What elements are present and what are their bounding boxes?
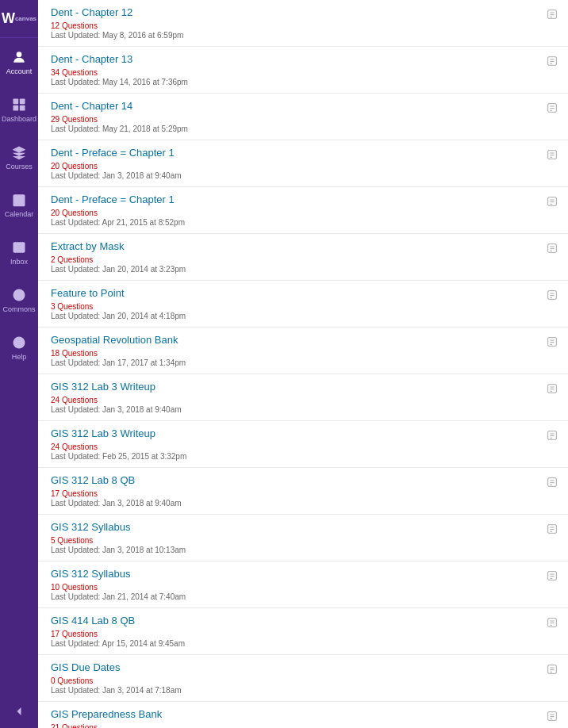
quiz-info: Extract by Mask 2 Questions Last Updated… [51,240,539,274]
quiz-title[interactable]: GIS 312 Lab 8 QB [51,474,539,486]
sidebar-item-courses[interactable]: Courses [0,133,38,181]
sidebar-item-label: Commons [2,305,35,313]
quiz-item: Extract by Mask 2 Questions Last Updated… [38,234,568,281]
quiz-title[interactable]: GIS 312 Syllabus [51,521,539,533]
quiz-info: GIS 312 Lab 8 QB 17 Questions Last Updat… [51,474,539,508]
canvas-logo[interactable]: W canvas [0,0,38,38]
quiz-bank-icon [546,569,558,582]
collapse-icon [11,703,27,719]
svg-text:?: ? [17,338,21,347]
quiz-title[interactable]: GIS Due Dates [51,661,539,673]
courses-icon [11,144,27,160]
quiz-questions: 20 Questions [51,162,98,171]
quiz-title[interactable]: GIS 414 Lab 8 QB [51,615,539,626]
quiz-item: GIS 312 Lab 3 Writeup 24 Questions Last … [38,374,568,421]
quiz-questions: 29 Questions [51,115,98,124]
inbox-icon [11,239,27,255]
quiz-title[interactable]: Geospatial Revolution Bank [51,334,539,346]
quiz-questions: 10 Questions [51,583,98,592]
quiz-bank-icon [546,242,558,255]
account-icon [11,49,27,65]
quiz-title[interactable]: Feature to Point [51,287,539,299]
quiz-title[interactable]: Dent - Preface = Chapter 1 [51,147,539,159]
quiz-title[interactable]: GIS 312 Lab 3 Writeup [51,427,539,439]
sidebar-item-label: Calendar [5,210,34,218]
sidebar: W canvas Account Dashboard Courses Calen… [0,0,38,728]
quiz-info: GIS 312 Lab 3 Writeup 24 Questions Last … [51,381,539,414]
quiz-info: GIS 414 Lab 8 QB 17 Questions Last Updat… [51,615,539,648]
quiz-info: GIS Due Dates 0 Questions Last Updated: … [51,661,539,695]
quiz-questions: 12 Questions [51,21,98,30]
sidebar-item-dashboard[interactable]: Dashboard [0,86,38,133]
sidebar-collapse[interactable] [11,703,27,722]
quiz-updated: Last Updated: Apr 21, 2015 at 8:52pm [51,218,539,227]
quiz-bank-icon [546,102,558,114]
commons-icon [11,287,27,303]
quiz-item: GIS 414 Lab 8 QB 17 Questions Last Updat… [38,608,568,655]
quiz-title[interactable]: Dent - Chapter 14 [51,100,539,112]
quiz-questions: 17 Questions [51,489,98,498]
quiz-bank-icon [546,710,558,722]
sidebar-item-help[interactable]: ? Help [0,324,38,371]
quiz-updated: Last Updated: May 14, 2016 at 7:36pm [51,78,539,86]
sidebar-item-calendar[interactable]: Calendar [0,181,38,228]
quiz-info: Dent - Chapter 14 29 Questions Last Upda… [51,100,539,133]
logo-text: W [2,10,15,27]
quiz-info: GIS 312 Syllabus 5 Questions Last Update… [51,521,539,554]
quiz-bank-icon [546,476,558,489]
quiz-title[interactable]: Dent - Chapter 12 [51,6,539,18]
quiz-item: GIS 312 Syllabus 10 Questions Last Updat… [38,561,568,608]
quiz-item: Dent - Chapter 14 29 Questions Last Upda… [38,94,568,140]
quiz-questions: 34 Questions [51,68,98,77]
sidebar-item-inbox[interactable]: Inbox [0,228,38,276]
dashboard-icon [11,97,27,113]
quiz-bank-icon [546,663,558,676]
quiz-questions: 3 Questions [51,302,93,311]
quiz-info: Dent - Chapter 12 12 Questions Last Upda… [51,6,539,40]
quiz-questions: 17 Questions [51,630,98,638]
quiz-title[interactable]: GIS 312 Syllabus [51,568,539,580]
sidebar-item-label: Courses [6,163,33,171]
quiz-questions: 18 Questions [51,349,98,358]
quiz-info: Dent - Chapter 13 34 Questions Last Upda… [51,53,539,86]
quiz-title[interactable]: Dent - Preface = Chapter 1 [51,193,539,205]
quiz-info: GIS 312 Lab 3 Writeup 24 Questions Last … [51,427,539,461]
quiz-questions: 24 Questions [51,443,98,451]
quiz-updated: Last Updated: Jan 3, 2014 at 7:18am [51,686,539,695]
quiz-title[interactable]: GIS 312 Lab 3 Writeup [51,381,539,393]
quiz-item: Dent - Chapter 12 12 Questions Last Upda… [38,0,568,47]
quiz-updated: Last Updated: Jan 20, 2014 at 3:23pm [51,265,539,274]
svg-point-0 [17,52,22,57]
svg-rect-2 [20,98,25,104]
quiz-bank-icon [546,148,558,161]
quiz-item: GIS 312 Lab 8 QB 17 Questions Last Updat… [38,468,568,515]
quiz-updated: Last Updated: May 21, 2018 at 5:29pm [51,125,539,133]
quiz-bank-icon [546,289,558,301]
quiz-bank-icon [546,8,558,21]
quiz-bank-icon [546,523,558,535]
quiz-info: Dent - Preface = Chapter 1 20 Questions … [51,193,539,227]
quiz-item: GIS Preparedness Bank 21 Questions Last … [38,702,568,728]
sidebar-item-label: Help [12,353,27,361]
quiz-questions: 0 Questions [51,676,93,685]
quiz-title[interactable]: Extract by Mask [51,240,539,252]
quiz-title[interactable]: GIS Preparedness Bank [51,708,539,720]
quiz-title[interactable]: Dent - Chapter 13 [51,53,539,65]
svg-rect-5 [13,194,25,206]
sidebar-item-commons[interactable]: Commons [0,276,38,324]
quiz-updated: Last Updated: Jan 3, 2018 at 9:40am [51,405,539,414]
quiz-questions: 20 Questions [51,209,98,217]
quiz-bank-icon [546,335,558,348]
quiz-questions: 21 Questions [51,723,98,728]
quiz-info: GIS 312 Syllabus 10 Questions Last Updat… [51,568,539,601]
quiz-updated: Last Updated: Jan 3, 2018 at 9:40am [51,171,539,180]
sidebar-item-account[interactable]: Account [0,38,38,86]
quiz-questions: 5 Questions [51,536,93,545]
quiz-bank-icon [546,382,558,395]
quiz-bank-icon [546,195,558,208]
quiz-item: GIS 312 Lab 3 Writeup 24 Questions Last … [38,421,568,468]
svg-rect-3 [13,105,19,110]
quiz-info: Feature to Point 3 Questions Last Update… [51,287,539,320]
calendar-icon [11,192,27,208]
quiz-questions: 2 Questions [51,255,93,264]
